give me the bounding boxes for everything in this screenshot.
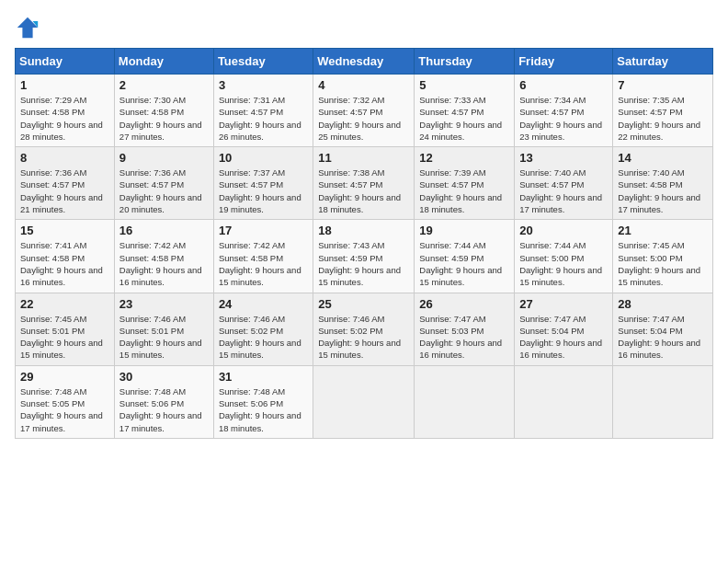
day-info: Sunrise: 7:48 AM Sunset: 5:06 PM Dayligh… — [119, 385, 209, 434]
day-info: Sunrise: 7:37 AM Sunset: 4:57 PM Dayligh… — [219, 167, 308, 215]
calendar-cell: 25Sunrise: 7:46 AM Sunset: 5:02 PM Dayli… — [313, 293, 415, 365]
day-number: 18 — [318, 224, 409, 237]
day-number: 31 — [219, 370, 308, 384]
day-number: 6 — [519, 78, 608, 92]
calendar-cell: 14Sunrise: 7:40 AM Sunset: 4:58 PM Dayli… — [613, 147, 713, 220]
day-number: 28 — [618, 297, 708, 311]
calendar-cell: 28Sunrise: 7:47 AM Sunset: 5:04 PM Dayli… — [613, 293, 713, 365]
day-info: Sunrise: 7:47 AM Sunset: 5:03 PM Dayligh… — [419, 313, 509, 362]
day-number: 16 — [119, 224, 209, 237]
calendar-cell: 5Sunrise: 7:33 AM Sunset: 4:57 PM Daylig… — [415, 75, 515, 147]
day-info: Sunrise: 7:38 AM Sunset: 4:57 PM Dayligh… — [318, 167, 409, 215]
day-number: 29 — [20, 370, 109, 384]
calendar-cell: 4Sunrise: 7:32 AM Sunset: 4:57 PM Daylig… — [313, 75, 415, 147]
day-info: Sunrise: 7:46 AM Sunset: 5:02 PM Dayligh… — [219, 313, 308, 362]
calendar-cell — [613, 365, 713, 438]
day-number: 22 — [20, 297, 109, 311]
calendar-cell: 22Sunrise: 7:45 AM Sunset: 5:01 PM Dayli… — [16, 293, 115, 365]
day-number: 4 — [318, 78, 409, 92]
calendar-table: SundayMondayTuesdayWednesdayThursdayFrid… — [15, 48, 713, 439]
calendar-cell: 13Sunrise: 7:40 AM Sunset: 4:57 PM Dayli… — [515, 147, 613, 220]
day-info: Sunrise: 7:48 AM Sunset: 5:05 PM Dayligh… — [20, 385, 109, 434]
svg-marker-0 — [17, 17, 38, 38]
calendar-cell: 30Sunrise: 7:48 AM Sunset: 5:06 PM Dayli… — [114, 365, 213, 438]
day-number: 30 — [119, 370, 209, 384]
calendar-cell: 23Sunrise: 7:46 AM Sunset: 5:01 PM Dayli… — [114, 293, 213, 365]
weekday-header-row: SundayMondayTuesdayWednesdayThursdayFrid… — [16, 49, 713, 75]
weekday-header-saturday: Saturday — [613, 49, 713, 75]
day-number: 7 — [618, 78, 708, 92]
day-info: Sunrise: 7:42 AM Sunset: 4:58 PM Dayligh… — [219, 239, 308, 288]
calendar-cell — [515, 365, 613, 438]
logo — [15, 15, 44, 40]
calendar-cell: 16Sunrise: 7:42 AM Sunset: 4:58 PM Dayli… — [114, 220, 213, 293]
day-info: Sunrise: 7:36 AM Sunset: 4:57 PM Dayligh… — [20, 167, 109, 215]
day-number: 15 — [20, 224, 109, 237]
day-number: 27 — [519, 297, 608, 311]
calendar-cell: 27Sunrise: 7:47 AM Sunset: 5:04 PM Dayli… — [515, 293, 613, 365]
calendar-week-1: 1Sunrise: 7:29 AM Sunset: 4:58 PM Daylig… — [16, 75, 713, 147]
day-number: 3 — [219, 78, 308, 92]
day-number: 23 — [119, 297, 209, 311]
day-number: 5 — [419, 78, 509, 92]
day-info: Sunrise: 7:33 AM Sunset: 4:57 PM Dayligh… — [419, 94, 509, 143]
day-info: Sunrise: 7:44 AM Sunset: 4:59 PM Dayligh… — [419, 239, 509, 288]
calendar-cell: 18Sunrise: 7:43 AM Sunset: 4:59 PM Dayli… — [313, 220, 415, 293]
day-info: Sunrise: 7:40 AM Sunset: 4:58 PM Dayligh… — [618, 167, 708, 215]
calendar-cell: 3Sunrise: 7:31 AM Sunset: 4:57 PM Daylig… — [213, 75, 313, 147]
day-info: Sunrise: 7:36 AM Sunset: 4:57 PM Dayligh… — [119, 167, 209, 215]
calendar-cell: 2Sunrise: 7:30 AM Sunset: 4:58 PM Daylig… — [114, 75, 213, 147]
calendar-cell: 26Sunrise: 7:47 AM Sunset: 5:03 PM Dayli… — [415, 293, 515, 365]
day-number: 9 — [119, 151, 209, 165]
day-info: Sunrise: 7:29 AM Sunset: 4:58 PM Dayligh… — [20, 94, 109, 143]
calendar-cell: 6Sunrise: 7:34 AM Sunset: 4:57 PM Daylig… — [515, 75, 613, 147]
calendar-cell: 17Sunrise: 7:42 AM Sunset: 4:58 PM Dayli… — [213, 220, 313, 293]
calendar-cell: 21Sunrise: 7:45 AM Sunset: 5:00 PM Dayli… — [613, 220, 713, 293]
day-number: 14 — [618, 151, 708, 165]
calendar-cell: 15Sunrise: 7:41 AM Sunset: 4:58 PM Dayli… — [16, 220, 115, 293]
day-number: 25 — [318, 297, 409, 311]
weekday-header-thursday: Thursday — [415, 49, 515, 75]
calendar-cell: 29Sunrise: 7:48 AM Sunset: 5:05 PM Dayli… — [16, 365, 115, 438]
day-number: 24 — [219, 297, 308, 311]
calendar-week-5: 29Sunrise: 7:48 AM Sunset: 5:05 PM Dayli… — [16, 365, 713, 438]
day-number: 17 — [219, 224, 308, 237]
weekday-header-wednesday: Wednesday — [313, 49, 415, 75]
calendar-cell: 11Sunrise: 7:38 AM Sunset: 4:57 PM Dayli… — [313, 147, 415, 220]
calendar-cell — [415, 365, 515, 438]
calendar-cell — [313, 365, 415, 438]
day-info: Sunrise: 7:42 AM Sunset: 4:58 PM Dayligh… — [119, 239, 209, 288]
day-info: Sunrise: 7:43 AM Sunset: 4:59 PM Dayligh… — [318, 239, 409, 288]
day-number: 11 — [318, 151, 409, 165]
logo-icon — [15, 15, 40, 40]
day-info: Sunrise: 7:32 AM Sunset: 4:57 PM Dayligh… — [318, 94, 409, 143]
calendar-cell: 31Sunrise: 7:48 AM Sunset: 5:06 PM Dayli… — [213, 365, 313, 438]
calendar-cell: 8Sunrise: 7:36 AM Sunset: 4:57 PM Daylig… — [16, 147, 115, 220]
calendar-cell: 19Sunrise: 7:44 AM Sunset: 4:59 PM Dayli… — [415, 220, 515, 293]
calendar-cell: 20Sunrise: 7:44 AM Sunset: 5:00 PM Dayli… — [515, 220, 613, 293]
calendar-week-2: 8Sunrise: 7:36 AM Sunset: 4:57 PM Daylig… — [16, 147, 713, 220]
calendar-cell: 10Sunrise: 7:37 AM Sunset: 4:57 PM Dayli… — [213, 147, 313, 220]
weekday-header-tuesday: Tuesday — [213, 49, 313, 75]
weekday-header-monday: Monday — [114, 49, 213, 75]
day-info: Sunrise: 7:46 AM Sunset: 5:02 PM Dayligh… — [318, 313, 409, 362]
calendar-cell: 7Sunrise: 7:35 AM Sunset: 4:57 PM Daylig… — [613, 75, 713, 147]
day-info: Sunrise: 7:39 AM Sunset: 4:57 PM Dayligh… — [419, 167, 509, 215]
day-info: Sunrise: 7:35 AM Sunset: 4:57 PM Dayligh… — [618, 94, 708, 143]
calendar-body: 1Sunrise: 7:29 AM Sunset: 4:58 PM Daylig… — [16, 75, 713, 439]
day-info: Sunrise: 7:47 AM Sunset: 5:04 PM Dayligh… — [618, 313, 708, 362]
day-info: Sunrise: 7:48 AM Sunset: 5:06 PM Dayligh… — [219, 385, 308, 434]
day-number: 10 — [219, 151, 308, 165]
calendar-week-3: 15Sunrise: 7:41 AM Sunset: 4:58 PM Dayli… — [16, 220, 713, 293]
day-info: Sunrise: 7:30 AM Sunset: 4:58 PM Dayligh… — [119, 94, 209, 143]
weekday-header-friday: Friday — [515, 49, 613, 75]
calendar-cell: 12Sunrise: 7:39 AM Sunset: 4:57 PM Dayli… — [415, 147, 515, 220]
day-info: Sunrise: 7:46 AM Sunset: 5:01 PM Dayligh… — [119, 313, 209, 362]
calendar-cell: 1Sunrise: 7:29 AM Sunset: 4:58 PM Daylig… — [16, 75, 115, 147]
day-number: 19 — [419, 224, 509, 237]
day-info: Sunrise: 7:45 AM Sunset: 5:01 PM Dayligh… — [20, 313, 109, 362]
day-info: Sunrise: 7:45 AM Sunset: 5:00 PM Dayligh… — [618, 239, 708, 288]
day-number: 2 — [119, 78, 209, 92]
day-info: Sunrise: 7:41 AM Sunset: 4:58 PM Dayligh… — [20, 239, 109, 288]
day-number: 1 — [20, 78, 109, 92]
